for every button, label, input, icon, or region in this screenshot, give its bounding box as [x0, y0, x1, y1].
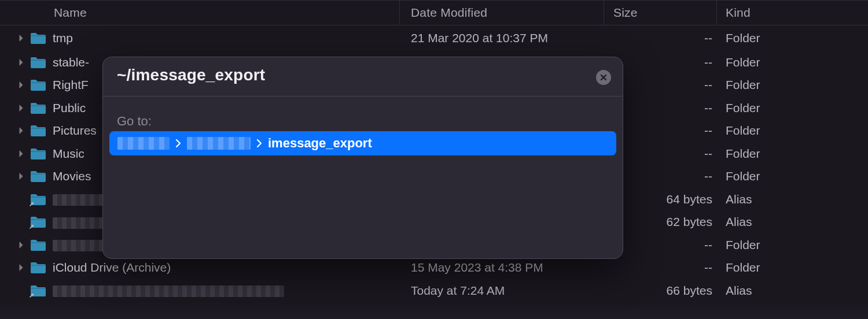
close-button[interactable]	[596, 70, 611, 85]
file-name[interactable]: stable-	[53, 55, 89, 69]
file-kind: Alias	[726, 284, 752, 298]
folder-icon	[30, 78, 47, 92]
file-size: --	[704, 124, 712, 138]
file-kind: Folder	[726, 261, 760, 275]
alias-folder-icon	[30, 284, 47, 298]
file-size: --	[704, 55, 712, 69]
header-size[interactable]: Size	[613, 6, 638, 20]
file-size: --	[704, 101, 712, 115]
file-name[interactable]: iCloud Drive (Archive)	[53, 261, 171, 275]
file-kind: Folder	[726, 31, 760, 45]
disclosure-chevron-icon[interactable]	[16, 262, 26, 273]
go-to-label: Go to:	[117, 114, 152, 129]
folder-icon	[30, 101, 47, 115]
file-kind: Folder	[726, 147, 760, 161]
folder-icon	[30, 169, 47, 183]
file-size: 62 bytes	[667, 215, 712, 229]
disclosure-chevron-icon[interactable]	[16, 103, 26, 113]
column-divider	[716, 1, 717, 25]
go-to-folder-dialog: ~/imessage_export Go to: imessage_export	[102, 57, 623, 259]
file-size: --	[704, 261, 712, 275]
redacted-text	[187, 137, 251, 150]
disclosure-chevron-icon[interactable]	[16, 171, 26, 181]
file-kind: Folder	[726, 78, 760, 92]
alias-folder-icon	[30, 192, 47, 206]
file-size: --	[704, 78, 712, 92]
file-size: 64 bytes	[667, 192, 712, 206]
folder-icon	[30, 31, 47, 45]
disclosure-chevron-icon[interactable]	[16, 57, 26, 68]
go-to-suggestion[interactable]: imessage_export	[109, 131, 616, 155]
file-kind: Folder	[726, 238, 760, 252]
file-size: --	[704, 31, 712, 45]
file-size: --	[704, 238, 712, 252]
header-date-modified[interactable]: Date Modified	[411, 6, 487, 20]
file-size: --	[704, 147, 712, 161]
file-name[interactable]: tmp	[53, 31, 73, 45]
folder-icon	[30, 55, 47, 69]
file-name[interactable]: Music	[53, 147, 84, 161]
file-name[interactable]: RightF	[53, 78, 89, 92]
file-name[interactable]: Pictures	[53, 124, 97, 138]
file-kind: Folder	[726, 101, 760, 115]
header-name[interactable]: Name	[54, 6, 87, 20]
file-date-modified: 21 Mar 2020 at 10:37 PM	[411, 31, 548, 45]
chevron-right-icon	[175, 136, 181, 151]
file-name[interactable]: Public	[53, 101, 86, 115]
redacted-text	[53, 285, 284, 297]
file-kind: Alias	[726, 215, 752, 229]
alias-folder-icon	[30, 215, 47, 229]
go-to-path-input[interactable]: ~/imessage_export	[117, 66, 265, 84]
chevron-right-icon	[256, 136, 262, 151]
folder-icon	[30, 238, 47, 252]
redacted-text	[117, 137, 170, 150]
folder-icon	[30, 261, 47, 275]
header-kind[interactable]: Kind	[726, 6, 751, 20]
file-row[interactable]: tmp21 Mar 2020 at 10:37 PM--Folder	[0, 25, 868, 51]
column-divider	[604, 1, 604, 25]
file-row[interactable]: iCloud Drive (Archive)15 May 2023 at 4:3…	[0, 257, 868, 280]
file-kind: Folder	[726, 55, 760, 69]
file-kind: Alias	[726, 192, 752, 206]
column-header[interactable]: Name Date Modified Size Kind	[0, 0, 868, 25]
go-to-input-row: ~/imessage_export	[103, 57, 623, 97]
file-kind: Folder	[726, 124, 760, 138]
file-kind: Folder	[726, 169, 760, 183]
file-date-modified: Today at 7:24 AM	[411, 284, 505, 298]
folder-icon	[30, 147, 47, 161]
column-divider	[399, 1, 400, 25]
file-size: --	[704, 169, 712, 183]
file-name[interactable]: Movies	[53, 169, 91, 183]
disclosure-chevron-icon[interactable]	[16, 125, 26, 136]
disclosure-chevron-icon[interactable]	[16, 149, 26, 159]
folder-icon	[30, 124, 47, 138]
file-date-modified: 15 May 2023 at 4:38 PM	[411, 261, 543, 275]
disclosure-chevron-icon[interactable]	[16, 33, 26, 43]
suggestion-folder-name: imessage_export	[268, 136, 372, 151]
disclosure-chevron-icon[interactable]	[16, 240, 26, 250]
disclosure-chevron-icon[interactable]	[16, 80, 26, 90]
file-row[interactable]: Today at 7:24 AM66 bytesAlias	[0, 279, 868, 302]
file-size: 66 bytes	[667, 284, 712, 298]
file-name[interactable]	[53, 284, 284, 298]
